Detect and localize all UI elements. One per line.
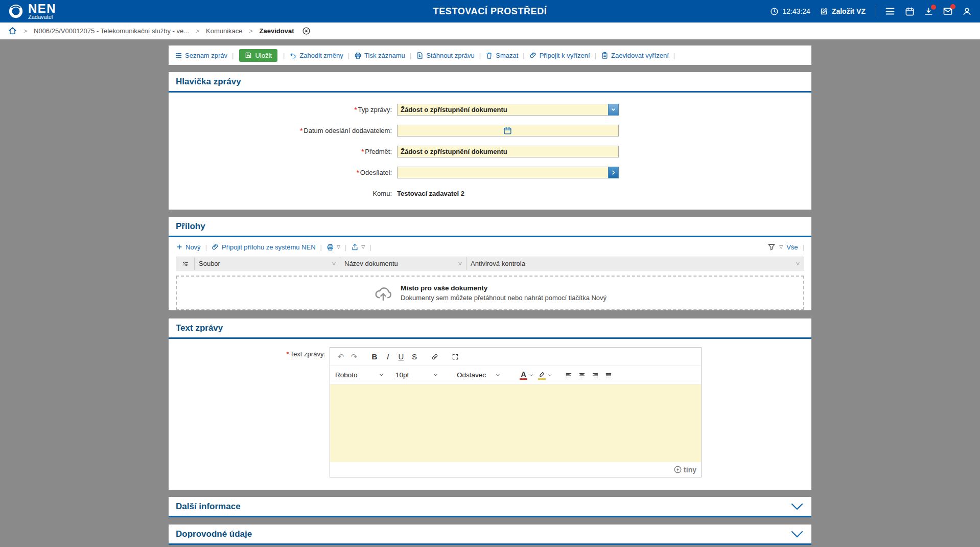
save-button[interactable]: Uložit [239, 49, 277, 62]
section-title-message-header: Hlavička zprávy [176, 77, 241, 87]
chevron-down-icon [547, 373, 552, 378]
accompanying-data-header[interactable]: Doprovodné údaje [169, 525, 811, 545]
fullscreen-button[interactable] [449, 350, 462, 363]
export-options-triangle-icon[interactable]: ▽ [361, 245, 365, 249]
attachments-dropzone[interactable]: Místo pro vaše dokumenty Dokumenty sem m… [176, 276, 804, 310]
messages-button[interactable] [943, 6, 953, 16]
logo-subtitle: Zadavatel [28, 14, 56, 20]
section-title-accompanying-data: Doprovodné údaje [176, 529, 252, 539]
expand-more-info-button[interactable] [790, 502, 804, 511]
italic-button[interactable]: I [381, 350, 394, 363]
more-info-header[interactable]: Další informace [169, 497, 811, 517]
redo-button[interactable]: ↷ [347, 350, 361, 363]
message-text-section: Text zprávy *Text zprávy: ↶ ↷ B I U S [169, 318, 811, 490]
toolbar-divider: | [673, 52, 675, 59]
create-vz-label: Založit VZ [832, 7, 866, 15]
font-size-value: 10pt [395, 371, 409, 379]
editor-content-area[interactable] [330, 384, 701, 462]
menu-button[interactable] [884, 6, 896, 17]
sender-select-button[interactable] [608, 167, 619, 178]
attach-from-nen-button[interactable]: Připojit přílohu ze systému NEN [212, 243, 316, 251]
export-attachments-button[interactable]: ▽ [351, 243, 365, 251]
attach-to-case-button[interactable]: Připojit k vyřízení [529, 52, 590, 59]
downloads-button[interactable] [924, 7, 934, 16]
home-button[interactable] [8, 27, 17, 35]
text-color-button[interactable]: A [518, 371, 535, 380]
toolbar-divider: | [523, 52, 524, 59]
recipient-label: Komu: [169, 190, 397, 197]
calendar-button[interactable] [905, 7, 915, 16]
profile-button[interactable] [962, 7, 972, 16]
undo-icon: ↶ [338, 352, 344, 361]
column-filter-icon[interactable]: ▽ [458, 261, 462, 266]
register-settlement-button[interactable]: Zaevidovat vyřízení [601, 52, 669, 59]
date-picker-button[interactable] [503, 126, 512, 135]
font-size-select[interactable]: 10pt [394, 371, 439, 379]
toolbar-divider: | [369, 243, 371, 251]
bold-button[interactable]: B [368, 350, 381, 363]
view-options-triangle-icon[interactable]: ▽ [779, 245, 783, 249]
message-type-dropdown-button[interactable] [608, 104, 619, 116]
sender-input[interactable] [397, 167, 609, 178]
column-filter-icon[interactable]: ▽ [796, 261, 800, 266]
block-format-select[interactable]: Odstavec [456, 371, 502, 379]
person-icon [962, 7, 972, 16]
filter-button[interactable] [767, 243, 776, 251]
subject-input[interactable] [397, 146, 619, 157]
message-type-input[interactable] [397, 104, 609, 116]
strikethrough-button[interactable]: S [408, 350, 421, 363]
sent-date-field [397, 125, 619, 136]
align-center-button[interactable] [575, 369, 589, 382]
breadcrumb: > N006/25/V00012075 - Telekomunikační sl… [0, 22, 980, 39]
underline-button[interactable]: U [394, 350, 408, 363]
message-type-combobox[interactable] [397, 104, 619, 116]
align-left-button[interactable] [562, 369, 575, 382]
breadcrumb-item-communication[interactable]: Komunikace [206, 27, 243, 35]
font-family-select[interactable]: Roboto [334, 371, 385, 379]
print-options-triangle-icon[interactable]: ▽ [337, 245, 340, 249]
message-list-button[interactable]: Seznam zpráv [175, 52, 227, 59]
cloud-upload-icon [374, 284, 393, 302]
required-mark: * [354, 106, 357, 113]
calendar-icon [905, 7, 915, 16]
message-header-section: Hlavička zprávy *Typ zprávy: [169, 72, 811, 210]
download-message-button[interactable]: Stáhnout zprávu [416, 52, 475, 59]
tinymce-branding[interactable]: tiny [674, 466, 696, 474]
fullscreen-icon [452, 353, 459, 361]
sender-picker[interactable] [397, 167, 619, 178]
highlight-color-button[interactable] [536, 371, 554, 380]
chevron-down-icon [611, 107, 616, 112]
show-all-button[interactable]: Vše [786, 243, 798, 251]
align-right-button[interactable] [589, 369, 602, 382]
close-tab-button[interactable] [302, 27, 311, 35]
edit-icon [820, 7, 828, 16]
expand-accompanying-data-button[interactable] [790, 530, 804, 539]
column-header-antivirus[interactable]: Antivirová kontrola ▽ [466, 257, 804, 270]
message-header-form: *Typ zprávy: *Datum odeslání dodavatelem… [169, 93, 811, 210]
create-vz-button[interactable]: Založit VZ [820, 7, 866, 16]
chevron-down-icon [791, 531, 803, 538]
insert-link-button[interactable] [428, 350, 441, 363]
delete-button[interactable]: Smazat [485, 52, 518, 59]
column-header-file[interactable]: Soubor ▽ [195, 257, 340, 270]
section-title-message-text: Text zprávy [176, 323, 223, 333]
align-left-icon [565, 371, 572, 379]
crumb-separator-icon: > [196, 28, 199, 35]
undo-button[interactable]: ↶ [334, 350, 347, 363]
column-settings-cell[interactable] [176, 257, 195, 270]
align-justify-button[interactable] [602, 369, 615, 382]
nen-home-link[interactable]: NEN Zadavatel [8, 3, 56, 20]
print-attachments-button[interactable]: ▽ [326, 243, 340, 251]
breadcrumb-item-contract[interactable]: N006/25/V00012075 - Telekomunikační služ… [34, 27, 189, 35]
discard-changes-button[interactable]: Zahodit změny [289, 52, 343, 59]
show-all-label: Vše [786, 243, 798, 251]
attachments-section: Přílohy Nový | Připojit přílohu ze systé… [169, 217, 811, 310]
column-filter-icon[interactable]: ▽ [332, 261, 336, 266]
new-attachment-button[interactable]: Nový [176, 243, 201, 251]
align-right-icon [592, 371, 599, 379]
funnel-icon [767, 243, 776, 251]
column-header-document-name[interactable]: Název dokumentu ▽ [340, 257, 466, 270]
form-row-sender: *Odesílatel: [169, 167, 811, 178]
print-record-button[interactable]: Tisk záznamu [354, 52, 405, 59]
clock-icon [770, 7, 779, 16]
